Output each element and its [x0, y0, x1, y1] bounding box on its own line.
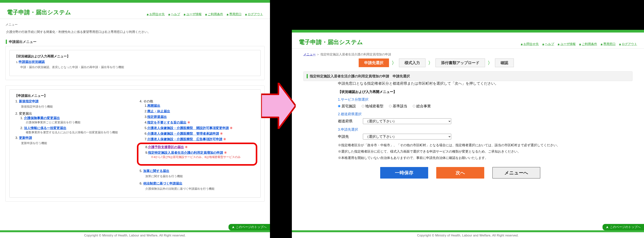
header-links: お問合せ先 ヘルプ ユーザ情報 ご利用条件 専用窓口 ログアウト	[147, 12, 263, 16]
breadcrumb: メニュー	[6, 23, 264, 27]
prefecture-label: 都道府県	[338, 119, 359, 124]
status-check-desc: 申請・届出の状況確認、差戻しとなった申請・届出の再申請・届出等を行う機能	[20, 65, 255, 69]
step3-label: 3.申請先選択	[338, 127, 599, 132]
link-terms[interactable]: ご利用条件	[205, 12, 223, 16]
radio-chiiki[interactable]	[362, 105, 364, 107]
section-marker-icon	[6, 40, 7, 44]
site-title: 電子申請・届出システム	[7, 9, 71, 16]
next-button[interactable]: 次へ	[436, 167, 484, 179]
link-logout-r[interactable]: ログアウト	[619, 42, 637, 46]
site-title-r: 電子申請・届出システム	[299, 38, 363, 46]
link-other-3[interactable]: 指定辞退届出	[147, 115, 167, 119]
link-other-1[interactable]: 再開届出	[147, 104, 160, 107]
application-menu-box: 【申請届出メニュー】 1. 新規指定申請 新規指定申請を行う機能 2.	[6, 85, 264, 202]
link-other-8[interactable]: 介護予防支援委託の届出	[148, 145, 184, 149]
link-user-info-r[interactable]: ユーザ情報	[558, 42, 576, 46]
radio-sougou[interactable]	[413, 105, 415, 107]
footer-green-bar	[0, 230, 270, 232]
link-help-r[interactable]: ヘルプ	[542, 42, 554, 46]
left-screenshot: 電子申請・届出システム お問合せ先 ヘルプ ユーザ情報 ご利用条件 専用窓口 ロ…	[0, 0, 270, 238]
link-user-info[interactable]: ユーザ情報	[184, 12, 202, 16]
link-other-6[interactable]: 介護老人保健施設・介護医療院 管理者承認申請	[147, 132, 219, 136]
wizard-step-3: 添付書類アップロード	[436, 58, 485, 67]
confirm-menu-title: 【状況確認および入力再開メニュー】	[14, 54, 255, 58]
header-r: 電子申請・届出システム お問合せ先 ヘルプ ユーザ情報 ご利用条件 専用窓口 ロ…	[292, 33, 644, 49]
link-status-check[interactable]: 申請届出状況確認	[18, 60, 45, 64]
section-title: 申請届出メニュー	[9, 39, 36, 44]
destination-label: 申請先	[338, 134, 359, 139]
wizard-step-1: 申請先選択	[359, 58, 389, 67]
wizard-step-4: 確認	[495, 58, 514, 67]
page-top-button-r[interactable]: このページのトップへ	[602, 224, 644, 230]
save-button[interactable]: 一時保存	[380, 167, 428, 179]
left-body: メニュー 介護分野の行政手続に関する簡素化・利便性向上に係る要望専用窓口は右上専…	[0, 19, 270, 238]
confirm-menu-box: 【状況確認および入力再開メニュー】 1. 申請届出状況確認 申請・届出の状況確認…	[6, 46, 264, 80]
right-body: メニュー ＞ 指定特定施設入居者生活介護の利用定員増加の申請 申請先選択 〉 様…	[292, 49, 644, 238]
highlighted-item: 8.介護予防支援委託の届出 ※ 9.指定特定施設入居者生活介護の利用定員増加の申…	[137, 143, 257, 166]
wizard-steps: 申請先選択 〉 様式入力 〉 添付書類アップロード 〉 確認	[359, 58, 632, 67]
link-new-appl[interactable]: 新規指定申請	[19, 99, 38, 103]
link-terms-r[interactable]: ご利用条件	[579, 42, 597, 46]
radio-kyotaku[interactable]	[338, 105, 340, 107]
page-title-bar: 指定特定施設入居者生活介護の利用定員増加の申請 申請先選択	[304, 71, 632, 81]
chevron-right-icon: 〉	[428, 60, 433, 66]
breadcrumb-r: メニュー ＞ 指定特定施設入居者生活介護の利用定員増加の申請	[304, 53, 632, 57]
destination-select[interactable]: （選択して下さい）	[363, 134, 451, 140]
link-special-r[interactable]: 専用窓口	[600, 42, 616, 46]
copyright: Copyright © Ministry of Health, Labour a…	[0, 234, 270, 237]
form-area: 申請先窓口となる指定権者区分と都道府県または市区町村を選択して「次へ」を押してく…	[338, 81, 599, 179]
link-logout[interactable]: ログアウト	[245, 12, 263, 16]
link-change-2[interactable]: 法人情報に係る一括変更届出	[24, 126, 66, 130]
link-other-7[interactable]: 介護老人保健施設・介護医療院 広告事項許可申請	[147, 137, 222, 141]
breadcrumb-menu-link[interactable]: メニュー	[304, 53, 316, 56]
service-type-radios: 居宅施設 地域密着型 基準該当 総合事業	[338, 104, 599, 109]
button-row: 一時保存 次へ メニューへ	[380, 167, 599, 179]
wizard-step-2: 様式入力	[399, 58, 426, 67]
top-green-bar	[0, 0, 270, 3]
footer-green-bar-r	[292, 230, 644, 232]
menu-col-right: 4. その他 1.再開届出 2.廃止・休止届出 3.指定辞退届出 4.指定を不要…	[139, 99, 255, 194]
chevron-right-icon: 〉	[488, 60, 492, 66]
chevron-right-icon: 〉	[392, 60, 396, 66]
svg-marker-0	[261, 83, 296, 129]
section-marker-icon	[307, 74, 308, 78]
top-green-bar-r	[292, 30, 644, 33]
transition-arrow-icon	[261, 83, 296, 129]
link-contact[interactable]: お問合せ先	[147, 12, 165, 16]
link-other-2[interactable]: 廃止・休止届出	[147, 109, 170, 113]
menu-col-left: 1. 新規指定申請 新規指定申請を行う機能 2. 変更届出 1.	[14, 99, 131, 194]
link-addition[interactable]: 加算に関する届出	[143, 169, 169, 173]
right-screenshot-outer: 電子申請・届出システム お問合せ先 ヘルプ ユーザ情報 ご利用条件 専用窓口 ロ…	[270, 0, 644, 238]
link-help[interactable]: ヘルプ	[168, 12, 180, 16]
page-title: 指定特定施設入居者生活介護の利用定員増加の申請 申請先選択	[310, 74, 410, 78]
link-contact-r[interactable]: お問合せ先	[521, 42, 539, 46]
step1-label: 1.サービス分類選択	[338, 97, 599, 102]
link-renewal[interactable]: 更新申請	[19, 136, 32, 140]
form-lead: 申請先窓口となる指定権者区分と都道府県または市区町村を選択して「次へ」を押してく…	[338, 81, 599, 86]
section-header: 申請届出メニュー	[6, 38, 264, 46]
prefecture-select[interactable]: （選択して下さい）	[363, 118, 451, 124]
copyright-r: Copyright © Ministry of Health, Labour a…	[292, 234, 644, 237]
radio-kijun[interactable]	[389, 105, 392, 107]
step2-label: 2.都道府県選択	[338, 112, 599, 116]
right-screenshot: 電子申請・届出システム お問合せ先 ヘルプ ユーザ情報 ご利用条件 専用窓口 ロ…	[292, 30, 644, 238]
link-other-4[interactable]: 指定を不要とする旨の届出	[147, 121, 186, 124]
link-other-5[interactable]: 介護老人保健施設・介護医療院 開設許可事項変更申請	[147, 126, 229, 130]
link-other-9[interactable]: 指定特定施設入居者生活介護の利用定員増加の申請	[148, 151, 223, 155]
header-links-r: お問合せ先 ヘルプ ユーザ情報 ご利用条件 専用窓口 ログアウト	[521, 42, 637, 46]
appl-menu-title: 【申請届出メニュー】	[14, 93, 255, 98]
menu-button[interactable]: メニューへ	[492, 167, 540, 179]
confirm-title: 【状況確認および入力再開メニュー】	[338, 89, 599, 94]
link-other-law[interactable]: 他法制度に基づく申請届出	[143, 182, 182, 185]
link-change-1[interactable]: 介護保険事業の変更届出	[24, 116, 60, 120]
header: 電子申請・届出システム お問合せ先 ヘルプ ユーザ情報 ご利用条件 専用窓口 ロ…	[0, 3, 270, 19]
page-top-button[interactable]: このページのトップへ	[228, 224, 270, 230]
intro-text: 介護分野の行政手続に関する簡素化・利便性向上に係る要望専用窓口は右上専用窓口より…	[6, 30, 264, 34]
link-special[interactable]: 専用窓口	[226, 12, 242, 16]
form-notes: ※指定権者区分が「政令市・中核市」、「その他の市区町村」となる場合には、指定権者…	[338, 143, 599, 161]
